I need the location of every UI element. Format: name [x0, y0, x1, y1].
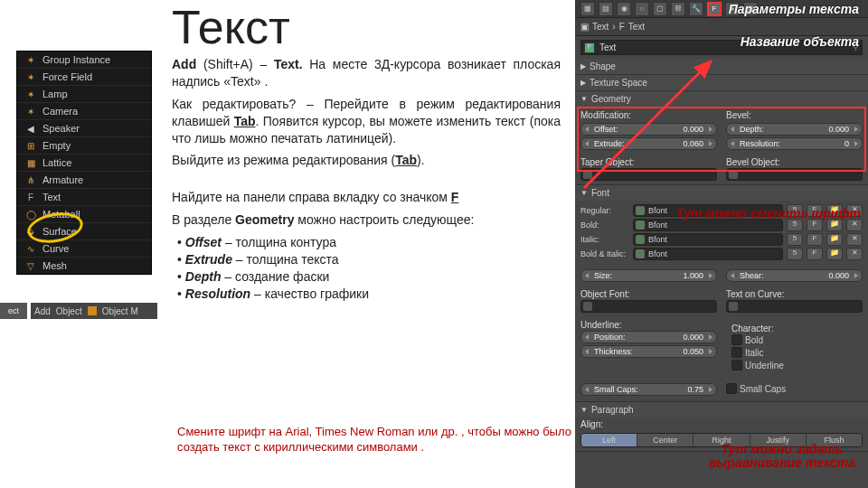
menu-item-label: Force Field	[42, 71, 92, 82]
object-menu-btn[interactable]: Object	[56, 306, 82, 316]
smallcaps-checkbox[interactable]	[726, 383, 737, 394]
breadcrumb-data[interactable]: Text	[628, 22, 645, 32]
smallcaps-field[interactable]: Small Caps:0.75	[580, 383, 717, 396]
menu-item-label: Curve	[42, 243, 69, 254]
menu-item-icon: ✶	[24, 89, 37, 99]
shear-field[interactable]: Shear:0.000	[726, 269, 863, 282]
taper-label: Taper Object:	[580, 157, 717, 167]
cube-icon: ▣	[580, 22, 589, 32]
mode-label: Object M	[102, 306, 138, 316]
align-label: Align:	[575, 418, 868, 429]
menu-item-icon: F	[24, 192, 37, 202]
breadcrumb-obj[interactable]: Text	[592, 22, 609, 32]
font-users[interactable]: 5	[787, 219, 803, 231]
bold-checkbox[interactable]	[731, 334, 742, 345]
callout-font: Тут можно сменить шрифт	[676, 206, 861, 221]
add-menu-btn[interactable]: Add	[34, 306, 51, 316]
extrude-field[interactable]: Extrude:0.060	[580, 137, 717, 150]
section-shape[interactable]: ▶Shape	[575, 59, 868, 74]
tab-text-data-icon[interactable]: F	[707, 2, 722, 16]
section-font[interactable]: ▼Font	[575, 185, 868, 201]
character-label: Character:	[731, 324, 857, 333]
section-paragraph[interactable]: ▼Paragraph	[575, 402, 868, 418]
tab-constraints-icon[interactable]: ⛓	[671, 2, 685, 16]
font-fake-user[interactable]: F	[807, 248, 823, 260]
menu-item-icon: ◯	[24, 210, 37, 220]
italic-check-label: Italic	[745, 348, 764, 358]
menu-item-icon: ▽	[24, 261, 37, 271]
ul-thickness-field[interactable]: Thickness:0.050	[580, 345, 717, 358]
italic-checkbox[interactable]	[731, 347, 742, 358]
folder-icon[interactable]: 📁	[826, 219, 843, 231]
menu-item-label: Group Instance	[42, 54, 110, 65]
font-bolditalic-field[interactable]: Bfont	[633, 248, 783, 260]
font-italic-field[interactable]: Bfont	[633, 233, 783, 246]
menu-item-icon: ⋔	[24, 175, 37, 185]
modification-label: Modification:	[580, 110, 717, 120]
add-menu-item[interactable]: ✶Force Field	[17, 69, 151, 86]
text-data-icon: F	[584, 42, 595, 53]
mode-icon	[88, 306, 97, 315]
close-icon[interactable]: ✕	[846, 219, 863, 231]
underline-check-label: Underline	[745, 361, 784, 371]
add-menu-item[interactable]: ◀Speaker	[17, 120, 151, 137]
textoncurve-field[interactable]	[726, 300, 863, 313]
taper-object-field[interactable]	[580, 168, 717, 181]
menu-item-icon: ✶	[24, 107, 37, 117]
folder-icon[interactable]: 📁	[826, 233, 843, 246]
add-menu-item[interactable]: ▽Mesh	[17, 258, 151, 274]
add-menu-item[interactable]: ▦Lattice	[17, 155, 151, 172]
underline-label: Underline:	[580, 320, 717, 330]
add-menu-item[interactable]: FText	[17, 189, 151, 206]
close-icon[interactable]: ✕	[846, 248, 863, 260]
size-field[interactable]: Size:1.000	[580, 269, 717, 282]
close-icon[interactable]: ✕	[846, 233, 863, 246]
menu-item-icon: ⊞	[24, 141, 37, 151]
objectfont-field[interactable]	[580, 300, 717, 313]
section-geometry[interactable]: ▼Geometry	[575, 91, 868, 107]
menu-item-label: Speaker	[42, 123, 80, 134]
callout-params: Параметры текста	[729, 2, 859, 16]
menu-item-label: Mesh	[42, 260, 67, 271]
add-menu-item[interactable]: ⋔Armature	[17, 172, 151, 189]
add-menu-item[interactable]: ✶Lamp	[17, 86, 151, 103]
add-menu-item[interactable]: ⊞Empty	[17, 137, 151, 155]
section-texture-space[interactable]: ▶Texture Space	[575, 75, 868, 90]
depth-field[interactable]: Depth:0.000	[726, 123, 863, 136]
textoncurve-label: Text on Curve:	[726, 289, 863, 299]
text-data-icon: F	[619, 22, 625, 32]
bevel-object-field[interactable]	[726, 168, 863, 181]
menu-item-icon: ∿	[24, 244, 37, 254]
resolution-field[interactable]: Resolution:0	[726, 137, 863, 150]
body-text: Add (Shift+A) – Text. На месте 3Д-курсор…	[172, 56, 561, 303]
align-left-button[interactable]: Left	[581, 434, 637, 446]
tab-scene-icon[interactable]: ◉	[617, 2, 631, 16]
offset-field[interactable]: Offset:0.000	[580, 123, 717, 136]
ul-position-field[interactable]: Position:0.000	[580, 331, 717, 343]
tab-layers-icon[interactable]: ▤	[599, 2, 613, 16]
align-center-button[interactable]: Center	[637, 434, 693, 446]
tab-modifiers-icon[interactable]: 🔧	[689, 2, 703, 16]
properties-panel: ▦ ▤ ◉ ○ ▢ ⛓ 🔧 F ● ▨ ▣ Text › F Text F Te…	[575, 0, 868, 488]
viewport-select-label: ect	[0, 303, 27, 319]
font-bold-field[interactable]: Bfont	[633, 219, 783, 231]
menu-item-icon: ▦	[24, 158, 37, 168]
underline-checkbox[interactable]	[731, 360, 742, 371]
font-fake-user[interactable]: F	[807, 219, 823, 231]
menu-item-icon: ✶	[24, 72, 37, 82]
add-menu-item[interactable]: ✶Camera	[17, 103, 151, 120]
tab-object-icon[interactable]: ▢	[653, 2, 667, 16]
tab-world-icon[interactable]: ○	[635, 2, 649, 16]
tab-render-icon[interactable]: ▦	[580, 2, 595, 16]
font-users[interactable]: 5	[787, 248, 803, 260]
menu-item-label: Text	[42, 192, 61, 202]
folder-icon[interactable]: 📁	[826, 248, 843, 260]
add-menu-item[interactable]: ∿Curve	[17, 240, 151, 258]
font-users[interactable]: 5	[787, 233, 803, 246]
menu-item-label: Lamp	[42, 89, 68, 99]
add-menu-item[interactable]: ✶Group Instance	[17, 52, 151, 69]
menu-item-icon: ◀	[24, 124, 37, 134]
menu-item-label: Empty	[42, 140, 71, 151]
font-fake-user[interactable]: F	[807, 233, 823, 246]
bold-check-label: Bold	[745, 335, 763, 345]
